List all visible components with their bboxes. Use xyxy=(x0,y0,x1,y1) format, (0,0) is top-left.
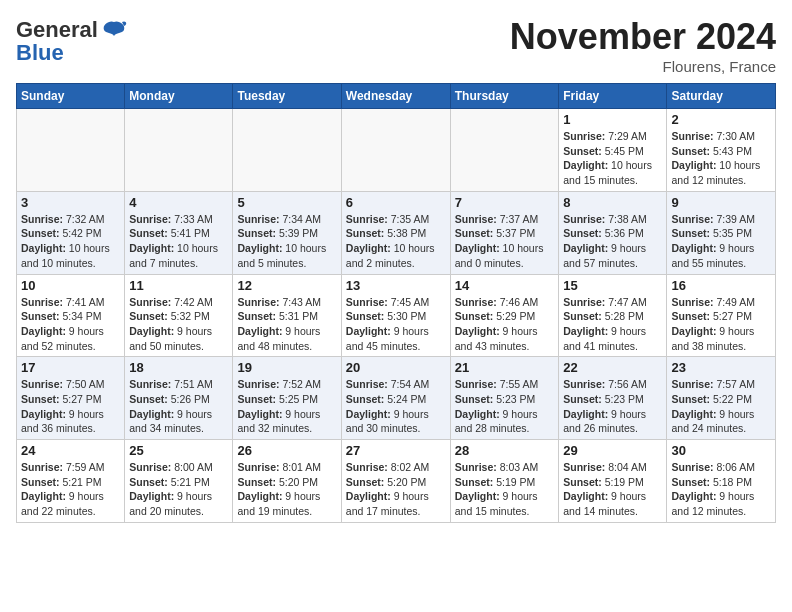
calendar-week-row: 3Sunrise: 7:32 AMSunset: 5:42 PMDaylight… xyxy=(17,191,776,274)
calendar-week-row: 10Sunrise: 7:41 AMSunset: 5:34 PMDayligh… xyxy=(17,274,776,357)
calendar-cell: 10Sunrise: 7:41 AMSunset: 5:34 PMDayligh… xyxy=(17,274,125,357)
day-info: Sunrise: 7:37 AMSunset: 5:37 PMDaylight:… xyxy=(455,212,555,271)
day-number: 22 xyxy=(563,360,662,375)
day-info: Sunrise: 7:55 AMSunset: 5:23 PMDaylight:… xyxy=(455,377,555,436)
calendar-week-row: 1Sunrise: 7:29 AMSunset: 5:45 PMDaylight… xyxy=(17,109,776,192)
day-number: 4 xyxy=(129,195,228,210)
calendar-week-row: 24Sunrise: 7:59 AMSunset: 5:21 PMDayligh… xyxy=(17,440,776,523)
day-info: Sunrise: 8:03 AMSunset: 5:19 PMDaylight:… xyxy=(455,460,555,519)
calendar-cell: 28Sunrise: 8:03 AMSunset: 5:19 PMDayligh… xyxy=(450,440,559,523)
weekday-header-wednesday: Wednesday xyxy=(341,84,450,109)
calendar-cell: 4Sunrise: 7:33 AMSunset: 5:41 PMDaylight… xyxy=(125,191,233,274)
weekday-header-friday: Friday xyxy=(559,84,667,109)
calendar-cell: 15Sunrise: 7:47 AMSunset: 5:28 PMDayligh… xyxy=(559,274,667,357)
calendar-header-row: SundayMondayTuesdayWednesdayThursdayFrid… xyxy=(17,84,776,109)
weekday-header-monday: Monday xyxy=(125,84,233,109)
day-number: 17 xyxy=(21,360,120,375)
day-number: 18 xyxy=(129,360,228,375)
day-number: 3 xyxy=(21,195,120,210)
calendar-cell: 5Sunrise: 7:34 AMSunset: 5:39 PMDaylight… xyxy=(233,191,341,274)
day-number: 24 xyxy=(21,443,120,458)
day-info: Sunrise: 7:47 AMSunset: 5:28 PMDaylight:… xyxy=(563,295,662,354)
calendar-cell: 6Sunrise: 7:35 AMSunset: 5:38 PMDaylight… xyxy=(341,191,450,274)
day-info: Sunrise: 7:42 AMSunset: 5:32 PMDaylight:… xyxy=(129,295,228,354)
day-number: 28 xyxy=(455,443,555,458)
weekday-header-sunday: Sunday xyxy=(17,84,125,109)
calendar-cell: 14Sunrise: 7:46 AMSunset: 5:29 PMDayligh… xyxy=(450,274,559,357)
day-number: 19 xyxy=(237,360,336,375)
day-number: 13 xyxy=(346,278,446,293)
calendar-cell: 16Sunrise: 7:49 AMSunset: 5:27 PMDayligh… xyxy=(667,274,776,357)
day-number: 30 xyxy=(671,443,771,458)
day-number: 14 xyxy=(455,278,555,293)
calendar-cell: 7Sunrise: 7:37 AMSunset: 5:37 PMDaylight… xyxy=(450,191,559,274)
page-header: General Blue November 2024 Flourens, Fra… xyxy=(16,16,776,75)
calendar-cell: 17Sunrise: 7:50 AMSunset: 5:27 PMDayligh… xyxy=(17,357,125,440)
calendar-cell: 27Sunrise: 8:02 AMSunset: 5:20 PMDayligh… xyxy=(341,440,450,523)
day-number: 29 xyxy=(563,443,662,458)
day-info: Sunrise: 7:32 AMSunset: 5:42 PMDaylight:… xyxy=(21,212,120,271)
day-number: 20 xyxy=(346,360,446,375)
day-info: Sunrise: 8:02 AMSunset: 5:20 PMDaylight:… xyxy=(346,460,446,519)
day-info: Sunrise: 7:45 AMSunset: 5:30 PMDaylight:… xyxy=(346,295,446,354)
location: Flourens, France xyxy=(510,58,776,75)
day-number: 25 xyxy=(129,443,228,458)
day-number: 26 xyxy=(237,443,336,458)
day-info: Sunrise: 7:59 AMSunset: 5:21 PMDaylight:… xyxy=(21,460,120,519)
day-number: 15 xyxy=(563,278,662,293)
weekday-header-thursday: Thursday xyxy=(450,84,559,109)
day-number: 7 xyxy=(455,195,555,210)
day-number: 27 xyxy=(346,443,446,458)
calendar-cell: 25Sunrise: 8:00 AMSunset: 5:21 PMDayligh… xyxy=(125,440,233,523)
day-info: Sunrise: 7:43 AMSunset: 5:31 PMDaylight:… xyxy=(237,295,336,354)
logo: General Blue xyxy=(16,16,128,66)
day-number: 21 xyxy=(455,360,555,375)
day-info: Sunrise: 8:00 AMSunset: 5:21 PMDaylight:… xyxy=(129,460,228,519)
calendar-cell: 18Sunrise: 7:51 AMSunset: 5:26 PMDayligh… xyxy=(125,357,233,440)
day-info: Sunrise: 8:04 AMSunset: 5:19 PMDaylight:… xyxy=(563,460,662,519)
day-info: Sunrise: 7:38 AMSunset: 5:36 PMDaylight:… xyxy=(563,212,662,271)
calendar-cell: 19Sunrise: 7:52 AMSunset: 5:25 PMDayligh… xyxy=(233,357,341,440)
calendar-cell: 3Sunrise: 7:32 AMSunset: 5:42 PMDaylight… xyxy=(17,191,125,274)
calendar-cell xyxy=(450,109,559,192)
day-info: Sunrise: 7:52 AMSunset: 5:25 PMDaylight:… xyxy=(237,377,336,436)
day-number: 1 xyxy=(563,112,662,127)
day-info: Sunrise: 7:54 AMSunset: 5:24 PMDaylight:… xyxy=(346,377,446,436)
calendar-cell: 29Sunrise: 8:04 AMSunset: 5:19 PMDayligh… xyxy=(559,440,667,523)
calendar-cell: 26Sunrise: 8:01 AMSunset: 5:20 PMDayligh… xyxy=(233,440,341,523)
day-info: Sunrise: 7:29 AMSunset: 5:45 PMDaylight:… xyxy=(563,129,662,188)
day-info: Sunrise: 8:01 AMSunset: 5:20 PMDaylight:… xyxy=(237,460,336,519)
calendar-cell: 23Sunrise: 7:57 AMSunset: 5:22 PMDayligh… xyxy=(667,357,776,440)
day-number: 8 xyxy=(563,195,662,210)
day-info: Sunrise: 7:50 AMSunset: 5:27 PMDaylight:… xyxy=(21,377,120,436)
calendar-cell: 12Sunrise: 7:43 AMSunset: 5:31 PMDayligh… xyxy=(233,274,341,357)
day-number: 10 xyxy=(21,278,120,293)
day-number: 16 xyxy=(671,278,771,293)
weekday-header-tuesday: Tuesday xyxy=(233,84,341,109)
day-info: Sunrise: 7:30 AMSunset: 5:43 PMDaylight:… xyxy=(671,129,771,188)
day-number: 12 xyxy=(237,278,336,293)
calendar-cell: 21Sunrise: 7:55 AMSunset: 5:23 PMDayligh… xyxy=(450,357,559,440)
calendar-cell xyxy=(17,109,125,192)
title-block: November 2024 Flourens, France xyxy=(510,16,776,75)
calendar-cell: 9Sunrise: 7:39 AMSunset: 5:35 PMDaylight… xyxy=(667,191,776,274)
day-info: Sunrise: 7:46 AMSunset: 5:29 PMDaylight:… xyxy=(455,295,555,354)
day-info: Sunrise: 7:34 AMSunset: 5:39 PMDaylight:… xyxy=(237,212,336,271)
calendar-cell xyxy=(341,109,450,192)
day-info: Sunrise: 7:56 AMSunset: 5:23 PMDaylight:… xyxy=(563,377,662,436)
weekday-header-saturday: Saturday xyxy=(667,84,776,109)
calendar-cell: 20Sunrise: 7:54 AMSunset: 5:24 PMDayligh… xyxy=(341,357,450,440)
logo-bird-icon xyxy=(100,16,128,44)
month-title: November 2024 xyxy=(510,16,776,58)
calendar-cell: 13Sunrise: 7:45 AMSunset: 5:30 PMDayligh… xyxy=(341,274,450,357)
day-info: Sunrise: 7:51 AMSunset: 5:26 PMDaylight:… xyxy=(129,377,228,436)
day-info: Sunrise: 8:06 AMSunset: 5:18 PMDaylight:… xyxy=(671,460,771,519)
day-info: Sunrise: 7:33 AMSunset: 5:41 PMDaylight:… xyxy=(129,212,228,271)
calendar-table: SundayMondayTuesdayWednesdayThursdayFrid… xyxy=(16,83,776,523)
calendar-week-row: 17Sunrise: 7:50 AMSunset: 5:27 PMDayligh… xyxy=(17,357,776,440)
day-number: 5 xyxy=(237,195,336,210)
day-info: Sunrise: 7:35 AMSunset: 5:38 PMDaylight:… xyxy=(346,212,446,271)
calendar-cell: 8Sunrise: 7:38 AMSunset: 5:36 PMDaylight… xyxy=(559,191,667,274)
calendar-cell xyxy=(125,109,233,192)
day-info: Sunrise: 7:39 AMSunset: 5:35 PMDaylight:… xyxy=(671,212,771,271)
